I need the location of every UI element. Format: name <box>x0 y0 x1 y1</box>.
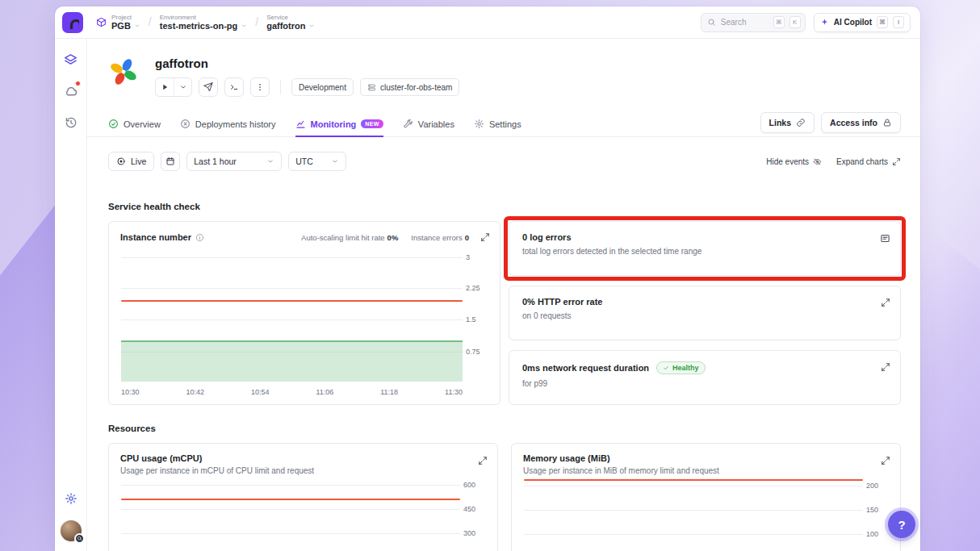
network-duration-title: 0ms network request duration <box>522 363 649 373</box>
view-logs-button[interactable] <box>880 233 890 244</box>
chevron-down-icon <box>134 23 140 29</box>
tab-bar: Overview Deployments history Monitoring … <box>87 111 920 137</box>
copilot-shortcut-cmd: ⌘ <box>877 16 888 28</box>
search-input[interactable]: Search ⌘ K <box>701 13 806 32</box>
run-button-group <box>155 77 192 97</box>
tab-variables[interactable]: Variables <box>403 111 454 136</box>
breadcrumb-project[interactable]: Project PGB <box>96 14 140 31</box>
cpu-chart-yaxis: 600 450 300 <box>463 444 486 551</box>
instance-chart-xaxis: 10:30 10:42 10:54 11:06 11:18 11:30 <box>121 388 463 396</box>
main-panel: gaffotron <box>87 39 920 551</box>
service-actions: Development cluster-for-obs-team <box>155 77 459 97</box>
expand-card-button[interactable] <box>881 298 890 307</box>
cpu-usage-card: CPU usage (mCPU) Usage per instance in m… <box>108 443 498 551</box>
tab-deployments-history[interactable]: Deployments history <box>180 111 276 136</box>
expand-icon <box>881 362 890 372</box>
breadcrumb-environment[interactable]: Environment test-metrics-on-pg <box>160 14 248 31</box>
terminal-icon <box>229 82 239 92</box>
start-service-button[interactable] <box>156 78 174 96</box>
chevron-down-icon <box>266 157 274 165</box>
http-error-subtitle: on 0 requests <box>522 311 887 320</box>
rail-clusters-button[interactable] <box>61 81 81 101</box>
x-circle-icon <box>180 119 191 129</box>
breadcrumb-label: Project <box>111 14 140 21</box>
kebab-icon <box>255 82 265 92</box>
help-button[interactable]: ? <box>888 511 915 538</box>
logs-icon <box>880 233 890 244</box>
network-duration-card: 0ms network request duration Healthy for… <box>509 350 901 405</box>
hide-events-button[interactable]: Hide events <box>766 157 822 166</box>
service-icon <box>108 56 139 87</box>
timezone-select[interactable]: UTC <box>288 152 346 171</box>
chevron-down-icon <box>331 157 339 165</box>
tab-label: Settings <box>489 119 521 129</box>
rail-services-button[interactable] <box>61 50 81 69</box>
tab-overview[interactable]: Overview <box>108 111 161 136</box>
info-icon[interactable] <box>195 233 204 242</box>
environment-badge-label: Development <box>299 83 346 92</box>
rail-settings-button[interactable] <box>61 489 81 508</box>
calendar-button[interactable] <box>161 152 180 171</box>
environment-badge[interactable]: Development <box>291 78 354 96</box>
expand-charts-button[interactable]: Expand charts <box>836 157 901 166</box>
tab-label: Variables <box>418 119 454 129</box>
tab-bar-actions: Links Access info <box>760 112 901 133</box>
tab-monitoring[interactable]: Monitoring NEW <box>295 111 383 136</box>
rail-activity-button[interactable] <box>61 113 81 132</box>
service-title: gaffotron <box>155 56 459 70</box>
instance-chart-yaxis: 3 2.25 1.5 0.75 <box>466 254 488 383</box>
live-label: Live <box>131 157 146 166</box>
history-icon <box>65 116 77 129</box>
terminal-button[interactable] <box>224 77 244 97</box>
autoscale-stat: Auto-scaling limit hit rate0% <box>301 233 398 242</box>
app-logo[interactable] <box>62 12 83 33</box>
breadcrumb-divider: / <box>149 15 152 28</box>
layers-icon <box>64 53 77 67</box>
notification-dot <box>75 81 81 86</box>
cluster-badge[interactable]: cluster-for-obs-team <box>360 78 459 96</box>
access-info-button[interactable]: Access info <box>821 112 901 133</box>
service-header: gaffotron <box>87 39 920 97</box>
annotation-highlight: 0 log errors total log errors detected i… <box>504 216 906 281</box>
instance-limit-line <box>121 300 463 302</box>
user-avatar[interactable] <box>61 520 82 541</box>
gear-icon <box>474 119 484 129</box>
check-icon <box>663 365 669 371</box>
more-options-button[interactable] <box>250 77 270 97</box>
check-circle-icon <box>108 119 119 129</box>
memory-limit-line <box>524 479 863 481</box>
tab-label: Deployments history <box>195 119 276 129</box>
tab-label: Overview <box>124 119 161 129</box>
chevron-down-icon <box>241 23 247 29</box>
breadcrumb: Project PGB / Environment test-metrics-o… <box>96 14 315 31</box>
breadcrumb-service[interactable]: Service gaffotron <box>266 14 315 31</box>
breadcrumb-value: test-metrics-on-pg <box>160 21 238 31</box>
expand-card-button[interactable] <box>881 362 890 372</box>
ai-copilot-button[interactable]: AI Copilot ⌘ I <box>814 13 911 32</box>
cpu-limit-line <box>121 499 460 500</box>
expand-card-button[interactable] <box>480 232 490 242</box>
lock-icon <box>882 118 892 127</box>
gear-icon <box>65 492 77 505</box>
paper-plane-icon <box>203 82 213 92</box>
start-options-button[interactable] <box>174 78 191 96</box>
breadcrumb-divider: / <box>255 15 258 28</box>
live-button[interactable]: Live <box>108 152 154 171</box>
healthy-badge: Healthy <box>656 361 706 374</box>
links-button[interactable]: Links <box>760 112 815 133</box>
memory-chart-yaxis: 200 150 100 <box>866 444 889 551</box>
ai-copilot-label: AI Copilot <box>834 18 872 27</box>
expand-icon <box>881 298 890 307</box>
timezone-value: UTC <box>295 157 313 166</box>
project-icon <box>96 17 107 27</box>
header-right: Search ⌘ K AI Copilot ⌘ I <box>701 13 911 32</box>
tab-settings[interactable]: Settings <box>474 111 521 136</box>
copilot-shortcut-key: I <box>893 16 904 28</box>
chevron-down-icon <box>308 23 315 29</box>
time-range-select[interactable]: Last 1 hour <box>186 152 282 171</box>
breadcrumb-value: PGB <box>111 21 131 31</box>
instance-errors-stat: Instance errors0 <box>411 233 469 242</box>
hide-events-label: Hide events <box>766 157 809 166</box>
search-shortcut-cmd: ⌘ <box>773 16 785 28</box>
deploy-button[interactable] <box>199 77 218 97</box>
